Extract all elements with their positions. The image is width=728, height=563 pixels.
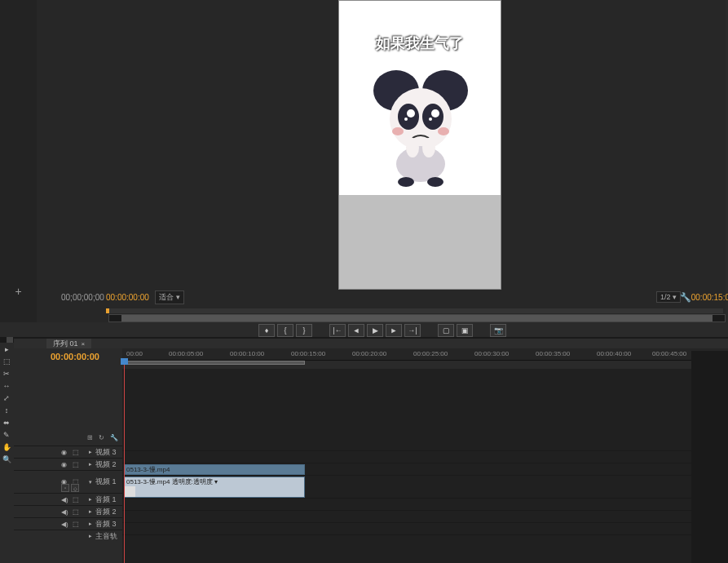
snap-icon[interactable]: ⊞ bbox=[87, 434, 95, 442]
playhead-handle[interactable] bbox=[121, 358, 128, 365]
rolling-tool[interactable]: ↔ bbox=[1, 380, 12, 392]
collapse-icon[interactable]: ▸ bbox=[89, 461, 92, 468]
keyframe-button[interactable]: ◇ bbox=[71, 484, 79, 492]
timeline-timecode[interactable]: 00:00:00:00 bbox=[14, 348, 122, 361]
lock-icon[interactable]: ⬚ bbox=[73, 449, 79, 456]
ripple-tool[interactable]: ✂ bbox=[1, 368, 12, 379]
timecode-current[interactable]: 00:00:00:00 bbox=[106, 293, 149, 302]
track-header-a1[interactable]: ◀) ⬚ ▸ 音频 1 bbox=[14, 493, 122, 505]
lock-icon[interactable]: ⬚ bbox=[73, 521, 79, 528]
selection-tool[interactable]: ▸ bbox=[1, 344, 12, 355]
track-lane-v1[interactable]: 0513-3-慢.mp4 透明度:透明度 ▾ bbox=[122, 475, 728, 498]
zoom-dropdown[interactable]: 1/2 ▾ bbox=[656, 291, 681, 303]
time-ruler[interactable]: 00:00 00:00:05:00 00:00:10:00 00:00:15:0… bbox=[122, 348, 728, 361]
timeline-tools: ▸ ⬚ ✂ ↔ ⤢ ↕ ⬌ ✎ ✋ 🔍 bbox=[0, 343, 14, 563]
collapse-icon[interactable]: ▸ bbox=[89, 449, 92, 455]
track-label: 视频 3 bbox=[95, 447, 117, 458]
track-header-master[interactable]: ▸ 主音轨 bbox=[14, 530, 122, 542]
sync-icon[interactable]: ↻ bbox=[99, 434, 107, 442]
monitor-footer: 00;00;00;00 00:00:00:00 适合 ▾ 1/2 ▾ 🔧 00:… bbox=[37, 290, 726, 304]
go-to-out-button[interactable]: →| bbox=[404, 324, 421, 337]
work-area-bar[interactable] bbox=[122, 361, 728, 369]
go-to-in-button[interactable]: |← bbox=[329, 324, 346, 337]
hand-tool[interactable]: ✋ bbox=[1, 441, 12, 453]
fx-button[interactable]: ▫ bbox=[61, 484, 69, 492]
timeline-tracks[interactable]: 00:00 00:00:05:00 00:00:10:00 00:00:15:0… bbox=[122, 348, 728, 563]
lift-button[interactable]: ▢ bbox=[438, 324, 454, 337]
track-lane-a2[interactable] bbox=[122, 510, 728, 522]
svg-point-11 bbox=[438, 127, 449, 135]
project-panel-collapsed: + bbox=[0, 0, 37, 322]
razor-tool[interactable]: ↕ bbox=[1, 405, 12, 416]
ruler-tick: 00:00:35:00 bbox=[536, 350, 570, 357]
track-label: 视频 2 bbox=[95, 459, 117, 470]
ruler-tick: 00:00:25:00 bbox=[413, 350, 448, 357]
wrench-icon[interactable]: 🔧 bbox=[110, 434, 118, 442]
collapse-icon[interactable]: ▾ bbox=[89, 479, 92, 485]
collapse-icon[interactable]: ▸ bbox=[89, 508, 92, 515]
mark-out-button[interactable]: } bbox=[296, 324, 312, 337]
track-lane-a1[interactable] bbox=[122, 498, 728, 510]
track-lane-v3[interactable] bbox=[122, 450, 728, 463]
track-label: 音频 3 bbox=[95, 519, 117, 530]
track-label: 主音轨 bbox=[95, 531, 117, 542]
ruler-tick: 00:00:40:00 bbox=[597, 350, 631, 357]
slip-tool[interactable]: ⬌ bbox=[1, 417, 12, 428]
settings-icon[interactable]: 🔧 bbox=[680, 292, 691, 303]
tab-close-icon[interactable]: × bbox=[82, 340, 86, 348]
track-select-tool[interactable]: ⬚ bbox=[1, 356, 12, 367]
track-lane-a3[interactable] bbox=[122, 522, 728, 534]
sequence-tab[interactable]: 序列 01 × bbox=[46, 339, 91, 348]
mini-playhead[interactable] bbox=[106, 308, 109, 313]
eye-icon[interactable]: ◉ bbox=[61, 449, 67, 456]
track-lane-v2[interactable]: 0513-3-慢.mp4 bbox=[122, 463, 728, 475]
collapse-icon[interactable]: ▸ bbox=[89, 521, 92, 527]
fit-dropdown[interactable]: 适合 ▾ bbox=[155, 290, 184, 304]
step-back-button[interactable]: ◄ bbox=[348, 324, 364, 337]
svg-point-8 bbox=[404, 117, 408, 121]
track-header-v1[interactable]: ◉ ⬚ ▾ 视频 1 ▫ ◇ bbox=[14, 470, 122, 493]
export-frame-button[interactable]: 📷 bbox=[490, 324, 506, 337]
ruler-tick: 00:00:15:00 bbox=[291, 350, 325, 357]
svg-point-14 bbox=[422, 138, 435, 157]
pen-tool[interactable]: ✎ bbox=[1, 429, 12, 441]
timeline-panel: 序列 01 × 00:00:00:00 ⊞ ↻ 🔧 ◉ ⬚ ▸ 视频 3 ◉ ⬚… bbox=[14, 339, 728, 563]
zoom-tool[interactable]: 🔍 bbox=[1, 454, 12, 465]
clip-v2[interactable]: 0513-3-慢.mp4 bbox=[124, 464, 305, 475]
preview-canvas: 如果我生气了 bbox=[338, 0, 501, 290]
add-button[interactable]: + bbox=[0, 285, 37, 298]
step-forward-button[interactable]: ► bbox=[386, 324, 402, 337]
track-header-v2[interactable]: ◉ ⬚ ▸ 视频 2 bbox=[14, 458, 122, 470]
play-button[interactable]: ▶ bbox=[367, 324, 383, 337]
collapse-icon[interactable]: ▸ bbox=[89, 533, 92, 539]
svg-point-6 bbox=[407, 109, 415, 117]
clip-label: 0513-3-慢.mp4 透明度:透明度 ▾ bbox=[126, 478, 218, 485]
lock-icon[interactable]: ⬚ bbox=[73, 461, 79, 468]
extract-button[interactable]: ▣ bbox=[457, 324, 473, 337]
playhead[interactable] bbox=[124, 361, 125, 563]
speaker-icon[interactable]: ◀) bbox=[61, 496, 68, 503]
track-lane-master[interactable] bbox=[122, 534, 728, 547]
marker-button[interactable]: ♦ bbox=[258, 324, 275, 337]
mark-in-button[interactable]: { bbox=[277, 324, 293, 337]
speaker-icon[interactable]: ◀) bbox=[61, 508, 68, 516]
track-header-v3[interactable]: ◉ ⬚ ▸ 视频 3 bbox=[14, 446, 122, 458]
rate-tool[interactable]: ⤢ bbox=[1, 392, 12, 404]
clip-v1[interactable]: 0513-3-慢.mp4 透明度:透明度 ▾ bbox=[124, 477, 305, 498]
svg-point-15 bbox=[398, 177, 414, 187]
speaker-icon[interactable]: ◀) bbox=[61, 521, 68, 528]
collapse-icon[interactable]: ▸ bbox=[89, 496, 92, 503]
eye-icon[interactable]: ◉ bbox=[61, 461, 67, 468]
work-area[interactable] bbox=[124, 361, 305, 365]
track-header-a3[interactable]: ◀) ⬚ ▸ 音频 3 bbox=[14, 517, 122, 530]
track-header-a2[interactable]: ◀) ⬚ ▸ 音频 2 bbox=[14, 505, 122, 517]
lock-icon[interactable]: ⬚ bbox=[73, 508, 79, 516]
monitor-scrollbar[interactable] bbox=[108, 314, 726, 322]
lock-icon[interactable]: ⬚ bbox=[73, 496, 79, 503]
svg-point-7 bbox=[431, 109, 439, 117]
monitor-mini-ruler[interactable] bbox=[106, 308, 723, 313]
track-label: 视频 1 bbox=[95, 477, 117, 487]
track-label: 音频 1 bbox=[95, 494, 117, 505]
clip-thumbnail bbox=[125, 486, 135, 497]
scrollbar-thumb[interactable] bbox=[121, 315, 713, 321]
